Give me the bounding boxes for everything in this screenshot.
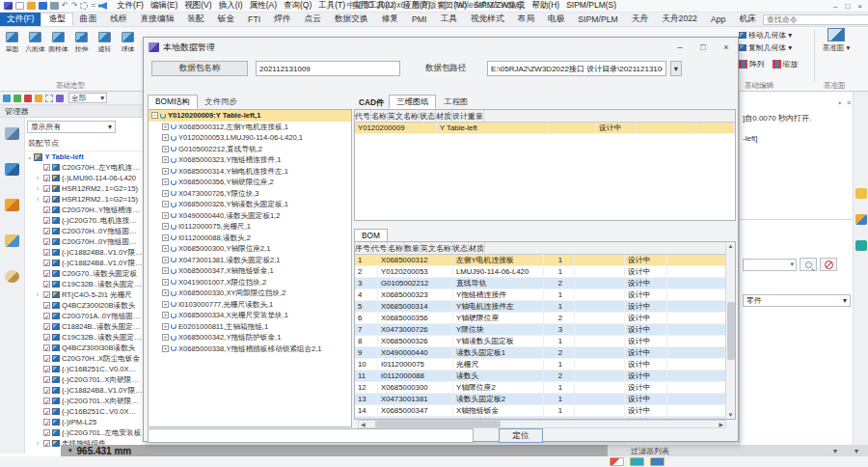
cad-tab[interactable]: 工程图 xyxy=(436,95,475,109)
ribbon-tab[interactable]: 点云 xyxy=(298,13,328,26)
expand-icon[interactable]: + xyxy=(162,168,169,175)
ribbon-button[interactable]: 六面体 xyxy=(23,29,46,66)
vertical-scrollbar[interactable]: ▲ ▼ xyxy=(725,242,735,419)
scrollbar-thumb[interactable] xyxy=(727,302,735,360)
expand-icon[interactable]: + xyxy=(162,223,169,230)
ribbon-button[interactable]: 草图 xyxy=(0,29,23,66)
ribbon-tab[interactable]: App xyxy=(704,13,732,26)
menu-item[interactable]: 帮助(H) xyxy=(531,0,559,12)
column-header[interactable]: 数量 xyxy=(404,242,420,254)
history-manager-icon[interactable] xyxy=(5,127,19,140)
ribbon-item[interactable]: 复制几何体 ▾ xyxy=(739,42,792,53)
menu-item[interactable]: 窗口(W) xyxy=(437,0,467,12)
bom-tree-item[interactable]: + I0103000777,光栅尺读数头,1 xyxy=(149,299,351,311)
bom-table-row[interactable]: 14 X0685000347 X轴拖链钣金 1 设计中 xyxy=(355,405,735,417)
visibility-checkbox[interactable] xyxy=(43,175,50,181)
expand-icon[interactable]: + xyxy=(162,312,169,318)
expand-arrow-icon[interactable]: › xyxy=(37,289,41,300)
dialog-tab[interactable]: BOM结构 xyxy=(148,95,198,109)
column-header[interactable]: 序号 xyxy=(355,242,371,254)
add-tool-icon[interactable] xyxy=(14,95,21,102)
scrollbar-thumb[interactable] xyxy=(375,421,501,427)
ribbon-tab[interactable]: 数据交换 xyxy=(328,13,375,26)
assembly-tree-item[interactable]: C20G70H..0Y拖链固定座 xyxy=(25,236,143,247)
assembly-tree-item[interactable]: C20G701A..0Y拖链固位座 xyxy=(25,311,143,321)
bom-table-row[interactable]: 8 X0685000326 Y轴读数头固定板 1 设计中 xyxy=(355,336,735,347)
bom-tree-item[interactable]: + X0685000300,Y轴限位座2,1 xyxy=(149,243,351,255)
bom-tree-root[interactable]: - Y0120200009:Y Table-left,1 xyxy=(149,110,351,122)
column-header[interactable]: 材质 xyxy=(469,242,485,254)
bom-tree-item[interactable]: + X0490000440,读数头固定板1,2 xyxy=(149,210,351,222)
ribbon-tab[interactable]: 机床 xyxy=(732,13,762,26)
scroll-down-icon[interactable]: ▼ xyxy=(728,412,734,418)
save-icon[interactable] xyxy=(39,2,47,10)
bom-tree-item[interactable]: + I0112000088,读数头,2 xyxy=(149,233,351,244)
library-search-button[interactable] xyxy=(800,258,817,271)
menu-item[interactable]: 插入(I) xyxy=(219,0,243,12)
expand-icon[interactable]: + xyxy=(162,134,169,141)
assembly-root-node[interactable]: ⌄ Y Table-left xyxy=(25,151,143,162)
ribbon-button[interactable]: 旋转 xyxy=(93,29,116,66)
bom-tree-item[interactable]: + X0419001007,X限位挡块,2 xyxy=(149,277,351,288)
datum-plane-button[interactable]: 基准面 ▾ xyxy=(820,28,853,70)
refresh-tool-icon[interactable] xyxy=(35,95,42,102)
visibility-checkbox[interactable] xyxy=(43,366,50,372)
column-header[interactable]: 名称 xyxy=(371,110,388,122)
cad-table-row[interactable]: Y0120200009 Y Table-left 设计中 xyxy=(355,123,735,134)
visibility-checkbox[interactable] xyxy=(43,196,50,203)
clear-filter-button[interactable] xyxy=(820,258,837,271)
menu-item[interactable]: SIPM/PLM(S) xyxy=(566,0,616,12)
print-icon[interactable] xyxy=(50,2,59,10)
assembly-tree-item[interactable]: (-)C20G701..X向硬限位座 xyxy=(25,396,143,406)
expand-icon[interactable]: + xyxy=(162,267,169,274)
bom-table-row[interactable]: 11 I0112000088 读数头 2 设计中 xyxy=(355,371,735,382)
bom-tree-item[interactable]: + X0685000334,X光栅尺安装垫块,1 xyxy=(149,310,351,321)
ribbon-tab[interactable]: 钣金 xyxy=(211,13,241,26)
expand-icon[interactable]: + xyxy=(162,245,169,252)
bom-tree-item[interactable]: + X0685000347,X轴拖链钣金,1 xyxy=(149,265,351,277)
column-header[interactable]: 设计重量 xyxy=(452,110,484,122)
assembly-tree-item[interactable]: C20G70H..X防尘电钣金 xyxy=(25,353,143,364)
taskbar-app-icon[interactable] xyxy=(610,457,624,466)
bom-table-row[interactable]: 10 I0112000075 光栅尺 1 设计中 xyxy=(355,359,735,371)
collapse-icon[interactable]: - xyxy=(151,112,158,119)
bom-tree-item[interactable]: + X0685000342,Y拖链防护钣金,1 xyxy=(149,332,351,343)
folder-tab-icon[interactable] xyxy=(855,188,867,199)
menu-item[interactable]: 文件(F) xyxy=(117,0,144,12)
expand-arrow-icon[interactable]: › xyxy=(37,173,41,183)
ribbon-tab[interactable]: SIPM/PLM xyxy=(571,13,625,26)
dialog-tab[interactable]: 文件同步 xyxy=(198,95,245,109)
ribbon-item[interactable]: 移动几何体 ▾ xyxy=(739,30,792,41)
ribbon-button[interactable]: 圆柱体 xyxy=(46,29,69,66)
column-header[interactable]: 状态 xyxy=(452,242,469,254)
visibility-checkbox[interactable] xyxy=(43,429,50,436)
equal-icon[interactable]: = xyxy=(91,2,95,10)
bom-tree-item[interactable]: + I0112000075,光栅尺,1 xyxy=(149,221,351,233)
column-header[interactable]: 名称 xyxy=(388,242,404,254)
expand-icon[interactable]: + xyxy=(162,146,169,152)
expand-icon[interactable]: + xyxy=(162,234,169,241)
expand-icon[interactable]: + xyxy=(162,156,169,163)
speaker-icon[interactable] xyxy=(98,2,107,10)
chart-tool-icon[interactable] xyxy=(56,95,64,102)
bom-tree-item[interactable]: + X0685000326,Y轴读数头固定板,1 xyxy=(149,199,351,210)
visibility-checkbox[interactable] xyxy=(43,249,50,256)
expand-arrow-icon[interactable]: › xyxy=(37,183,41,194)
bom-table-row[interactable]: 5 X0685000314 Y轴电机连接件左 1 设计中 xyxy=(355,301,735,313)
bom-tree-item[interactable]: + X0685000356,Y轴硬限位座,2 xyxy=(149,177,351,188)
locate-button[interactable]: 定位 xyxy=(499,428,543,443)
scope-dropdown[interactable]: 全部▾ xyxy=(68,93,107,103)
expand-icon[interactable]: + xyxy=(162,301,169,308)
visibility-checkbox[interactable] xyxy=(43,217,50,224)
close-button[interactable]: × xyxy=(857,2,862,11)
assembly-tree-item[interactable]: C20G70H..左Y电机连接板 xyxy=(25,162,143,173)
redo-icon[interactable]: ↷ xyxy=(71,2,78,10)
visibility-checkbox[interactable] xyxy=(43,302,50,309)
scroll-left-icon[interactable]: ◀ xyxy=(359,421,367,427)
scroll-up-icon[interactable]: ▲ xyxy=(728,243,734,249)
visibility-checkbox[interactable] xyxy=(43,164,50,171)
visibility-checkbox[interactable] xyxy=(43,440,50,447)
library-search-combo[interactable]: ▾ xyxy=(743,259,797,271)
select-tool-icon[interactable] xyxy=(45,95,53,102)
assembly-tree-item[interactable]: › RT(C4O-5-2I1 光栅尺 xyxy=(25,289,143,300)
